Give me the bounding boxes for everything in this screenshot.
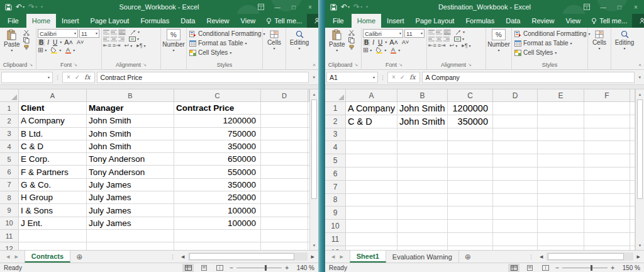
column-header-B[interactable]: B (397, 89, 448, 102)
zoom-in-button[interactable]: + (611, 264, 614, 271)
zoom-slider[interactable] (236, 268, 282, 268)
align-middle-icon[interactable] (111, 30, 117, 35)
tab-file[interactable]: File (0, 14, 26, 28)
tab-insert[interactable]: Insert (56, 14, 85, 28)
tab-data[interactable]: Data (175, 14, 201, 28)
column-header-D[interactable]: D (493, 89, 538, 102)
undo-button[interactable]: ↶▾ (341, 3, 350, 11)
format-painter-icon[interactable] (23, 45, 30, 51)
text-direction-icon[interactable]: ▸¶ (462, 43, 467, 48)
format-painter-icon[interactable] (348, 45, 355, 51)
cell-D6[interactable] (493, 167, 538, 181)
zoom-slider-handle[interactable] (265, 265, 267, 271)
cell-B6[interactable] (397, 167, 448, 181)
cell-B4[interactable] (397, 141, 448, 154)
cell-D8[interactable] (493, 194, 538, 207)
cell-C7[interactable]: 350000 (174, 179, 261, 191)
font-color-icon[interactable]: A (390, 47, 397, 54)
cell-D4[interactable] (261, 140, 308, 153)
tell-me-box[interactable]: Tell me... (586, 14, 632, 28)
cell-C5[interactable] (448, 154, 493, 167)
scroll-left-icon[interactable]: ◀ (179, 254, 187, 259)
zoom-out-button[interactable]: − (555, 264, 559, 271)
cell-A8[interactable] (346, 194, 397, 207)
copy-icon[interactable] (23, 37, 30, 43)
cell-C7[interactable] (448, 181, 493, 194)
column-header-E[interactable]: E (538, 89, 584, 102)
enter-icon[interactable]: ✓ (75, 74, 80, 81)
font-dialog-launcher-icon[interactable]: ↘ (399, 62, 402, 67)
tab-home[interactable]: Home (352, 14, 381, 28)
cell-A7[interactable]: G & Co. (19, 179, 87, 191)
align-right-icon[interactable] (443, 37, 450, 42)
cell-C3[interactable]: 750000 (174, 128, 261, 140)
zoom-out-button[interactable]: − (230, 264, 233, 271)
copy-icon[interactable] (348, 37, 355, 43)
row-header-9[interactable]: 9 (0, 204, 19, 217)
row-header-1[interactable]: 1 (325, 102, 346, 115)
cell-B1[interactable]: Manager (87, 102, 174, 115)
cell-D5[interactable] (493, 154, 538, 167)
cell-B10[interactable] (397, 220, 448, 233)
cell-B7[interactable]: July James (87, 179, 174, 191)
clipboard-dialog-launcher-icon[interactable]: ↘ (29, 62, 33, 67)
cell-E9[interactable] (538, 207, 584, 220)
cell-E8[interactable] (538, 194, 584, 207)
maximize-button[interactable]: □ (286, 0, 302, 14)
percent-style-button[interactable]: % (167, 29, 180, 40)
increase-font-icon[interactable]: A˄ (63, 38, 74, 46)
cell-F4[interactable] (584, 141, 630, 154)
cell-B3[interactable] (397, 128, 448, 142)
cell-B2[interactable]: John Smith (87, 115, 174, 127)
underline-button[interactable]: U (52, 39, 58, 46)
column-header-A[interactable]: A (19, 89, 87, 102)
text-direction-icon[interactable]: ▸¶ (136, 43, 142, 48)
new-sheet-button[interactable]: ⊕ (459, 251, 477, 263)
vertical-scrollbar[interactable]: ▲ ▼ (309, 89, 318, 250)
row-header-2[interactable]: 2 (0, 115, 19, 127)
cell-A5[interactable]: E Corp. (19, 153, 87, 166)
cell-E7[interactable] (538, 181, 584, 194)
fill-color-icon[interactable] (375, 47, 383, 54)
bold-button[interactable]: B (363, 39, 370, 46)
scroll-right-icon[interactable]: ▶ (309, 254, 317, 259)
cell-F7[interactable] (584, 181, 630, 194)
borders-icon[interactable]: ⊞ (38, 47, 43, 54)
cell-A5[interactable] (346, 154, 397, 167)
new-sheet-button[interactable]: ⊕ (70, 251, 88, 263)
align-top-icon[interactable] (103, 30, 109, 35)
expand-formula-bar-icon[interactable]: ▾ (636, 75, 643, 80)
cell-B8[interactable]: July James (87, 191, 174, 204)
zoom-level[interactable]: 150 % (619, 264, 640, 271)
cell-C10[interactable]: 100000 (174, 217, 261, 230)
cell-A11[interactable] (19, 230, 87, 242)
row-header-8[interactable]: 8 (325, 194, 346, 207)
column-header-C[interactable]: C (448, 89, 493, 102)
cell-E6[interactable] (538, 167, 584, 181)
cell-A2[interactable]: A Company (19, 115, 87, 127)
cell-D3[interactable] (261, 128, 308, 140)
cell-D7[interactable] (493, 181, 538, 194)
tab-splitter[interactable]: ⋮ (168, 254, 177, 260)
align-top-icon[interactable] (428, 30, 435, 35)
cell-F10[interactable] (584, 220, 630, 233)
page-layout-view-icon[interactable] (524, 264, 535, 272)
collapse-ribbon-icon[interactable]: ˄ (638, 62, 641, 68)
tab-review[interactable]: Review (201, 14, 235, 28)
orientation-icon[interactable] (455, 30, 462, 35)
zoom-in-button[interactable]: + (285, 264, 289, 271)
scroll-up-icon[interactable]: ▲ (636, 89, 644, 99)
underline-caret-icon[interactable]: ▾ (385, 40, 387, 44)
share-button[interactable]: Share (632, 14, 644, 28)
cell-B2[interactable]: John Smith (397, 115, 448, 128)
increase-indent-icon[interactable]: ≡⇥ (438, 43, 446, 48)
alignment-dialog-launcher-icon[interactable]: ↘ (143, 62, 147, 67)
font-name-select[interactable]: Calibri▾ (38, 29, 78, 38)
zoom-level[interactable]: 140 % (293, 264, 314, 271)
cell-C5[interactable]: 650000 (174, 153, 261, 166)
cell-C8[interactable]: 250000 (174, 191, 261, 204)
tab-splitter[interactable]: ⋮ (526, 254, 536, 260)
row-header-12[interactable]: 12 (325, 246, 346, 250)
cell-B12[interactable] (87, 242, 174, 250)
cell-A11[interactable] (346, 233, 397, 246)
